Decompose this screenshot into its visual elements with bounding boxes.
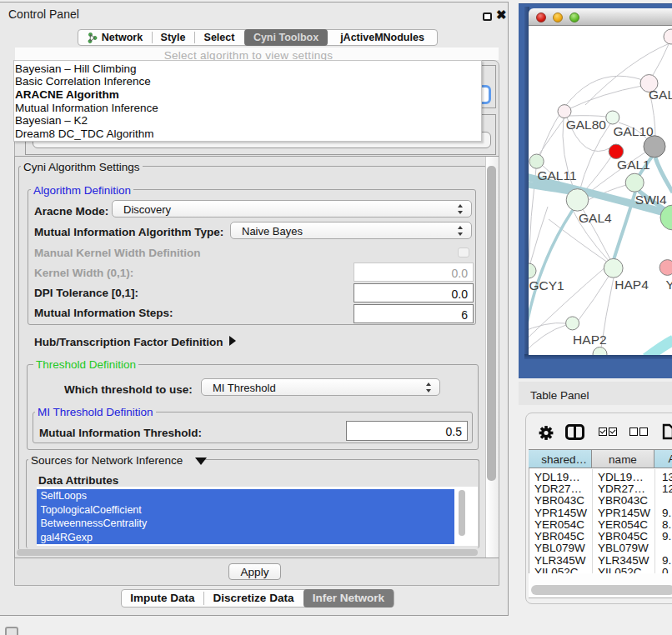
svg-text:GAL80: GAL80 — [566, 118, 607, 132]
svg-text:GAL2: GAL2 — [649, 88, 672, 102]
svg-text:SWI4: SWI4 — [635, 192, 667, 207]
svg-text:GAL1: GAL1 — [617, 158, 650, 172]
svg-text:HAP4: HAP4 — [614, 278, 649, 292]
svg-text:YK: YK — [666, 278, 672, 292]
svg-text:HAP2: HAP2 — [573, 332, 607, 347]
svg-text:GAL10: GAL10 — [613, 124, 654, 138]
svg-text:GCY1: GCY1 — [529, 278, 564, 292]
svg-text:GAL4: GAL4 — [579, 211, 612, 225]
svg-text:GAL11: GAL11 — [537, 168, 576, 182]
